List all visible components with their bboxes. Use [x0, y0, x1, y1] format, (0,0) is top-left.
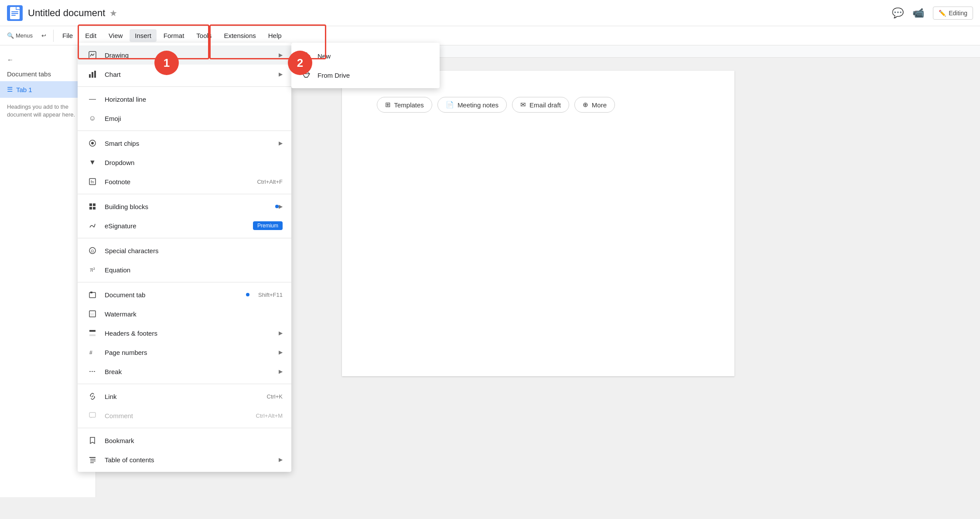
menu-smart-chips[interactable]: Smart chips ▶ [78, 134, 291, 153]
drawing-submenu: ➕ New From Drive [291, 43, 440, 88]
break-label: Break [105, 368, 275, 375]
svg-rect-1 [11, 11, 18, 12]
more-icon: ⊕ [583, 101, 588, 109]
comment-label: Comment [105, 412, 247, 419]
menu-section-blocks: Building blocks ▶ eSignature Premium [78, 194, 291, 238]
menu-emoji[interactable]: ☺ Emoji [78, 109, 291, 128]
menu-headers-footers[interactable]: Headers & footers ▶ [78, 323, 291, 343]
smart-chips-icon [86, 137, 99, 149]
menu-link[interactable]: Link Ctrl+K [78, 387, 291, 406]
svg-rect-3 [11, 15, 16, 16]
menu-chart[interactable]: Chart ▶ [78, 65, 291, 84]
menu-comment: Comment Ctrl+Alt+M [78, 406, 291, 425]
watermark-icon: W [86, 308, 99, 320]
menu-break[interactable]: Break ▶ [78, 362, 291, 381]
headers-footers-arrow: ▶ [279, 330, 283, 336]
menu-footnote[interactable]: fn Footnote Ctrl+Alt+F [78, 172, 291, 191]
svg-text:fn: fn [91, 180, 94, 184]
menu-help[interactable]: Help [263, 29, 287, 42]
menu-watermark[interactable]: W Watermark [78, 304, 291, 323]
svg-point-9 [91, 142, 94, 144]
title-actions: 💬 📹 ✏️ Editing [892, 7, 973, 20]
chart-icon [86, 68, 99, 80]
menu-tools[interactable]: Tools [191, 29, 217, 42]
menu-insert[interactable]: Insert [130, 29, 157, 42]
menu-format[interactable]: Format [158, 29, 190, 42]
menu-equation[interactable]: π² Equation [78, 260, 291, 279]
menu-special-characters[interactable]: Ω Special characters [78, 241, 291, 260]
menu-horizontal-line[interactable]: — Horizontal line [78, 89, 291, 109]
menu-building-blocks[interactable]: Building blocks ▶ [78, 197, 291, 216]
menu-drawing[interactable]: Drawing ▶ [78, 45, 291, 65]
submenu-new[interactable]: ➕ New [291, 46, 440, 65]
bookmark-icon [86, 434, 99, 447]
menu-table-of-contents[interactable]: Table of contents ▶ [78, 450, 291, 469]
svg-rect-22 [89, 330, 96, 332]
headers-footers-label: Headers & footers [105, 330, 275, 337]
svg-text:Ω: Ω [91, 249, 94, 253]
toc-label: Table of contents [105, 456, 275, 464]
menu-edit[interactable]: Edit [80, 29, 102, 42]
equation-label: Equation [105, 266, 283, 274]
menu-section-drawing: Drawing ▶ Chart ▶ [78, 43, 291, 87]
special-characters-label: Special characters [105, 247, 283, 254]
svg-rect-7 [94, 71, 96, 78]
horizontal-line-icon: — [86, 93, 99, 105]
document-tab-icon [86, 289, 99, 301]
menu-section-special: Ω Special characters π² Equation [78, 238, 291, 282]
toc-arrow: ▶ [279, 457, 283, 463]
meeting-notes-icon: 📄 [446, 101, 454, 109]
video-icon[interactable]: 📹 [912, 7, 924, 19]
document-page: ⊞ Templates 📄 Meeting notes ✉ Email draf… [342, 71, 734, 376]
emoji-label: Emoji [105, 115, 283, 122]
new-icon: ➕ [300, 52, 312, 60]
insert-dropdown-menu: Drawing ▶ Chart ▶ — Horizontal line ☺ Em… [78, 43, 291, 472]
menu-esignature[interactable]: eSignature Premium [78, 216, 291, 235]
page-numbers-icon: # [86, 346, 99, 358]
building-blocks-icon [86, 200, 99, 213]
footnote-label: Footnote [105, 178, 248, 186]
title-bar: Untitled document ★ 💬 📹 ✏️ Editing [0, 0, 980, 26]
back-icon: ← [7, 56, 14, 63]
email-draft-label: Email draft [529, 101, 561, 109]
more-chip[interactable]: ⊕ More [574, 97, 615, 113]
comments-icon[interactable]: 💬 [892, 7, 904, 19]
from-drive-label: From Drive [318, 72, 350, 79]
menu-file[interactable]: File [57, 29, 78, 42]
menu-section-smart: Smart chips ▶ ▼ Dropdown fn Footnote Ctr… [78, 131, 291, 194]
editing-badge[interactable]: ✏️ Editing [933, 7, 973, 20]
menus-label: Menus [16, 32, 33, 39]
svg-rect-23 [89, 334, 96, 336]
menu-document-tab[interactable]: Document tab Shift+F11 [78, 285, 291, 304]
meeting-notes-chip[interactable]: 📄 Meeting notes [437, 97, 507, 113]
email-draft-chip[interactable]: ✉ Email draft [512, 97, 569, 113]
templates-icon: ⊞ [385, 101, 391, 109]
footnote-shortcut: Ctrl+Alt+F [257, 179, 283, 185]
headers-footers-icon [86, 327, 99, 339]
menu-section-doctab: Document tab Shift+F11 W Watermark Heade… [78, 282, 291, 384]
horizontal-line-label: Horizontal line [105, 96, 283, 103]
menu-dropdown[interactable]: ▼ Dropdown [78, 153, 291, 172]
star-icon[interactable]: ★ [109, 8, 117, 18]
chart-arrow: ▶ [279, 71, 283, 77]
document-title[interactable]: Untitled document [28, 7, 105, 19]
svg-rect-14 [89, 207, 92, 210]
menu-bookmark[interactable]: Bookmark [78, 431, 291, 450]
page-numbers-label: Page numbers [105, 349, 275, 356]
menu-view[interactable]: View [103, 29, 128, 42]
link-shortcut: Ctrl+K [267, 393, 283, 400]
menu-page-numbers[interactable]: # Page numbers ▶ [78, 343, 291, 362]
menu-section-link: Link Ctrl+K Comment Ctrl+Alt+M [78, 384, 291, 428]
templates-chip[interactable]: ⊞ Templates [377, 97, 432, 113]
undo-button[interactable]: ↩ [38, 30, 50, 41]
search-menus[interactable]: 🔍 Menus [3, 30, 36, 41]
bookmark-label: Bookmark [105, 437, 283, 444]
svg-rect-15 [93, 207, 96, 210]
special-characters-icon: Ω [86, 244, 99, 257]
svg-rect-26 [89, 412, 96, 417]
menu-extensions[interactable]: Extensions [219, 29, 261, 42]
dropdown-label: Dropdown [105, 159, 283, 166]
separator [53, 30, 54, 42]
premium-badge: Premium [253, 221, 283, 230]
submenu-from-drive[interactable]: From Drive [291, 65, 440, 85]
